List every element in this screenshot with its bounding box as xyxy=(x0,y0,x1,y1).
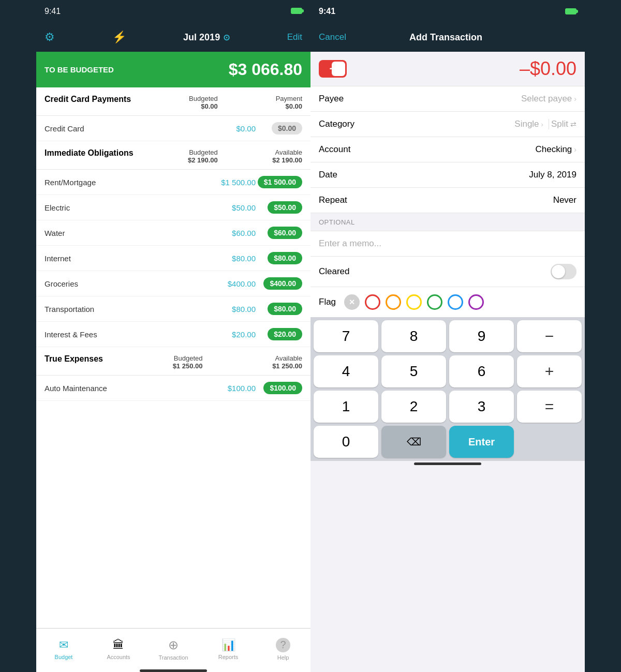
table-row[interactable]: Interest & Fees $20.00 $20.00 xyxy=(36,322,310,347)
key-7[interactable]: 7 xyxy=(314,320,378,352)
key-8[interactable]: 8 xyxy=(381,320,446,352)
row-budgeted: $100.00 xyxy=(209,384,256,393)
to-be-budgeted[interactable]: TO BE BUDGETED $3 066.80 xyxy=(36,52,310,87)
nav-transaction-label: Transaction xyxy=(158,654,188,661)
key-0[interactable]: 0 xyxy=(314,426,378,458)
accounts-icon: 🏛 xyxy=(113,638,124,652)
payee-row[interactable]: Payee Select payee › xyxy=(310,86,585,112)
left-time: 9:41 xyxy=(45,7,61,16)
key-minus[interactable]: − xyxy=(517,320,582,352)
left-status-icons xyxy=(291,7,302,16)
group-meta-true-available: Available$1 250.00 xyxy=(272,354,302,370)
table-row[interactable]: Electric $50.00 $50.00 xyxy=(36,195,310,220)
group-name-true-expenses: True Expenses xyxy=(45,354,103,364)
group-name: Credit Card Payments xyxy=(45,95,131,104)
date-value: July 8, 2019 xyxy=(529,170,576,180)
table-row[interactable]: Credit Card $0.00 $0.00 xyxy=(36,116,310,141)
nav-help[interactable]: ? Help xyxy=(256,629,310,669)
help-icon: ? xyxy=(276,638,290,652)
row-name: Rent/Mortgage xyxy=(45,178,209,187)
gear-icon[interactable]: ⚙ xyxy=(45,31,55,44)
flag-yellow[interactable] xyxy=(406,294,422,310)
flag-orange[interactable] xyxy=(386,294,401,310)
key-5[interactable]: 5 xyxy=(381,355,446,387)
negative-toggle-button[interactable]: − xyxy=(319,60,347,78)
flag-red[interactable] xyxy=(365,294,380,310)
group-meta-true-budgeted: Budgeted$1 250.00 xyxy=(173,354,203,370)
month-label: Jul 2019 xyxy=(183,32,220,43)
repeat-row[interactable]: Repeat Never xyxy=(310,188,585,213)
nav-budget[interactable]: ✉ Budget xyxy=(36,629,91,669)
group-true-expenses[interactable]: True Expenses Budgeted$1 250.00 Availabl… xyxy=(36,347,310,376)
memo-row[interactable]: Enter a memo... xyxy=(310,231,585,257)
nav-reports-label: Reports xyxy=(218,654,239,660)
row-available: $1 500.00 xyxy=(256,176,302,188)
row-name: Groceries xyxy=(45,279,209,288)
group-immediate-obligations[interactable]: Immediate Obligations Budgeted$2 190.00 … xyxy=(36,141,310,170)
cleared-label: Cleared xyxy=(319,266,350,277)
cleared-row: Cleared xyxy=(310,257,585,287)
single-chevron-icon: › xyxy=(541,121,543,128)
row-budgeted: $20.00 xyxy=(209,330,256,339)
available-badge: $400.00 xyxy=(263,277,302,290)
flag-label: Flag xyxy=(319,297,336,307)
row-available: $80.00 xyxy=(256,303,302,315)
flag-blue[interactable] xyxy=(448,294,463,310)
flag-green[interactable] xyxy=(427,294,442,310)
table-row[interactable]: Auto Maintenance $100.00 $100.00 xyxy=(36,376,310,401)
memo-input[interactable]: Enter a memo... xyxy=(319,238,381,248)
category-row[interactable]: Category Single › Split ⇄ xyxy=(310,112,585,137)
table-row[interactable]: Groceries $400.00 $400.00 xyxy=(36,271,310,296)
key-plus[interactable]: + xyxy=(517,355,582,387)
cancel-button[interactable]: Cancel xyxy=(319,32,346,42)
reports-icon: 📊 xyxy=(221,638,235,652)
key-1[interactable]: 1 xyxy=(314,391,378,423)
table-row[interactable]: Internet $80.00 $80.00 xyxy=(36,246,310,271)
group-name-immediate: Immediate Obligations xyxy=(45,148,134,158)
tbb-amount: $3 066.80 xyxy=(229,60,302,79)
cleared-toggle[interactable] xyxy=(551,264,576,279)
table-row[interactable]: Rent/Mortgage $1 500.00 $1 500.00 xyxy=(36,170,310,195)
group-meta-immediate-budgeted: Budgeted$2 190.00 xyxy=(188,148,218,164)
flag-none-button[interactable]: ✕ xyxy=(344,294,360,310)
bolt-icon[interactable]: ⚡ xyxy=(112,31,126,44)
table-row[interactable]: Transportation $80.00 $80.00 xyxy=(36,296,310,322)
row-available: $400.00 xyxy=(256,277,302,290)
available-badge: $1 500.00 xyxy=(258,176,302,188)
numpad: 7 8 9 − 4 5 6 + 1 2 3 = 0 ⌫ Enter xyxy=(310,317,585,461)
left-header: ⚙ ⚡ Jul 2019 ⊙ Edit xyxy=(36,23,310,52)
row-available: $0.00 xyxy=(256,122,302,135)
key-equals[interactable]: = xyxy=(517,391,582,423)
nav-transaction[interactable]: ⊕ Transaction xyxy=(146,629,201,669)
left-status-bar: 9:41 xyxy=(36,0,310,23)
group-credit-card-payments[interactable]: Credit Card Payments Budgeted$0.00 Payme… xyxy=(36,87,310,116)
key-4[interactable]: 4 xyxy=(314,355,378,387)
key-6[interactable]: 6 xyxy=(449,355,514,387)
key-2[interactable]: 2 xyxy=(381,391,446,423)
enter-button[interactable]: Enter xyxy=(449,426,514,458)
row-available: $100.00 xyxy=(256,382,302,394)
nav-help-label: Help xyxy=(277,654,289,661)
flag-purple[interactable] xyxy=(468,294,484,310)
edit-button[interactable]: Edit xyxy=(287,32,302,42)
date-row[interactable]: Date July 8, 2019 xyxy=(310,162,585,188)
key-3[interactable]: 3 xyxy=(449,391,514,423)
nav-reports[interactable]: 📊 Reports xyxy=(201,629,256,669)
category-split-option[interactable]: Split ⇄ xyxy=(551,119,576,129)
table-row[interactable]: Water $60.00 $60.00 xyxy=(36,220,310,246)
account-row[interactable]: Account Checking › xyxy=(310,137,585,162)
key-delete[interactable]: ⌫ xyxy=(381,426,446,458)
optional-section: OPTIONAL xyxy=(310,213,585,231)
bottom-nav: ✉ Budget 🏛 Accounts ⊕ Transaction 📊 Repo… xyxy=(36,628,310,669)
month-selector[interactable]: Jul 2019 ⊙ xyxy=(183,32,230,43)
left-battery-icon xyxy=(291,8,302,14)
account-name: Checking xyxy=(535,144,572,155)
nav-budget-label: Budget xyxy=(55,654,73,660)
right-panel: 9:41 Cancel Add Transaction − –$0.00 Pay… xyxy=(310,0,585,672)
category-single-option[interactable]: Single › xyxy=(511,119,546,129)
available-badge: $20.00 xyxy=(268,328,302,340)
right-header: Cancel Add Transaction xyxy=(310,23,585,52)
nav-accounts[interactable]: 🏛 Accounts xyxy=(91,629,146,669)
key-9[interactable]: 9 xyxy=(449,320,514,352)
category-options: Single › Split ⇄ xyxy=(511,119,576,129)
